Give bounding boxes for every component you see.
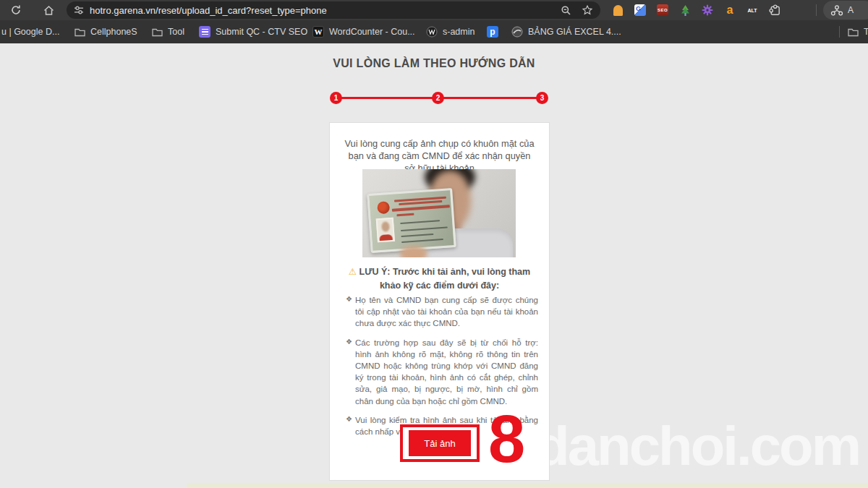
home-icon[interactable] (42, 4, 55, 17)
alt-extension-icon[interactable]: ALT (746, 4, 759, 17)
bookmark-folder-tool[interactable]: Tool (152, 20, 184, 43)
extensions-puzzle-icon[interactable] (768, 4, 781, 17)
step-2-indicator: 2 (432, 92, 444, 104)
bookmark-star-icon[interactable] (582, 4, 593, 16)
upload-photo-button[interactable]: Tải ảnh (409, 430, 471, 456)
bell-extension-icon[interactable] (611, 4, 624, 17)
globe-icon (511, 26, 523, 38)
list-icon (199, 26, 210, 38)
person-hand (400, 246, 427, 257)
diamond-bullet-icon: ❖ (346, 414, 355, 437)
list-item: ❖ Các trường hợp sau đây sẽ bị từ chối h… (346, 337, 538, 407)
bookmarks-separator (839, 26, 840, 38)
annotation-highlight-box: Tải ảnh (400, 424, 480, 462)
extensions-row: G SEO a ALT (611, 0, 781, 20)
step-connector-1-2 (341, 97, 433, 99)
warning-triangle-icon: ⚠ (349, 266, 357, 277)
url-text[interactable]: hotro.garena.vn/reset/upload_id_card?res… (90, 5, 561, 16)
cmnd-id-card (367, 188, 456, 253)
folder-icon (75, 27, 85, 37)
seo-extension-icon[interactable]: SEO (656, 4, 669, 17)
sample-id-verification-photo[interactable] (362, 169, 516, 257)
zoom-page-icon[interactable] (561, 5, 571, 16)
bookmark-s-admin[interactable]: s-admin (426, 20, 475, 43)
bookmark-wordcounter[interactable]: W WordCounter - Cou... (312, 20, 415, 43)
diamond-bullet-icon: ❖ (346, 294, 355, 330)
profile-label-partial: A (848, 5, 854, 15)
watermark-text: danchoi.com (535, 414, 859, 479)
cmnd-emblem-icon (377, 201, 390, 214)
list-item: ❖ Họ tên và CMND bạn cung cấp sẽ được ch… (346, 294, 538, 330)
browser-window: hotro.garena.vn/reset/upload_id_card?res… (0, 0, 868, 488)
annotation-step-number: 8 (488, 412, 525, 466)
diamond-bullet-icon: ❖ (346, 337, 355, 407)
p-app-icon: p (487, 26, 498, 38)
warning-note: ⚠ LƯU Ý: Trước khi tải ảnh, vui lòng tha… (339, 265, 540, 293)
page-content: VUI LÒNG LÀM THEO HƯỚNG DẪN 1 2 3 dancho… (0, 43, 868, 488)
bottom-window-edge (187, 483, 868, 488)
bookmark-bang-gia-excel[interactable]: BẢNG GIÁ EXCEL 4.... (511, 20, 621, 43)
tree-extension-icon[interactable] (678, 4, 692, 17)
wordcounter-icon: W (312, 26, 324, 38)
bookmark-google-docs[interactable]: u | Google D... (1, 20, 59, 43)
upload-card: Vui lòng cung cấp ảnh chụp có khuôn mặt … (329, 122, 550, 481)
toolbar-separator (816, 4, 817, 16)
a-extension-icon[interactable]: a (723, 4, 736, 17)
bookmarks-bar: u | Google D... CellphoneS Tool Submit Q… (0, 20, 868, 43)
step-1-indicator: 1 (330, 92, 342, 104)
translate-extension-icon[interactable]: G (634, 4, 647, 17)
folder-icon (152, 27, 163, 37)
profile-button[interactable]: A (823, 1, 868, 20)
step-connector-2-3 (443, 97, 537, 99)
page-title: VUI LÒNG LÀM THEO HƯỚNG DẪN (0, 57, 868, 70)
site-info-icon[interactable] (74, 5, 84, 15)
bookmark-folder-cellphones[interactable]: CellphoneS (75, 20, 137, 43)
folder-icon (848, 27, 859, 37)
address-bar[interactable]: hotro.garena.vn/reset/upload_id_card?res… (67, 1, 600, 19)
browser-toolbar: hotro.garena.vn/reset/upload_id_card?res… (0, 0, 868, 20)
profile-network-icon (830, 5, 843, 16)
gear-extension-icon[interactable] (701, 4, 714, 17)
step-3-indicator: 3 (536, 92, 548, 104)
bookmark-folder-right[interactable]: T... (848, 20, 868, 43)
s-admin-icon (426, 26, 438, 38)
bookmark-p-app[interactable]: p (487, 20, 498, 43)
reload-icon[interactable] (9, 4, 22, 17)
bookmark-submit-qc[interactable]: Submit QC - CTV SEO (199, 20, 307, 43)
cmnd-portrait (376, 218, 395, 243)
